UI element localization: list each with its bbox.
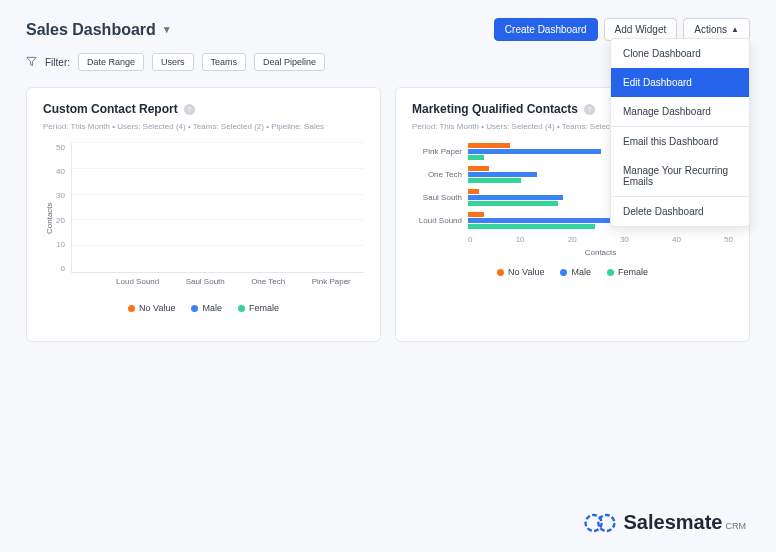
menu-item[interactable]: Edit Dashboard xyxy=(611,68,749,97)
vertical-bar-chart: Contacts 50 40 30 20 10 0 Loud SoundSau xyxy=(43,143,364,293)
bar xyxy=(468,189,479,194)
filter-chip-date-range[interactable]: Date Range xyxy=(78,53,144,71)
filter-chip-users[interactable]: Users xyxy=(152,53,194,71)
legend-male: Male xyxy=(560,267,591,277)
filter-icon xyxy=(26,56,37,69)
y-axis-ticks: 50 40 30 20 10 0 xyxy=(56,143,71,273)
category-label: Saul South xyxy=(412,193,468,202)
menu-item[interactable]: Manage Dashboard xyxy=(611,97,749,126)
chart-legend: No Value Male Female xyxy=(412,267,733,277)
y-axis-label: Contacts xyxy=(43,143,56,293)
legend-novalue: No Value xyxy=(497,267,544,277)
legend-female: Female xyxy=(607,267,648,277)
legend-novalue: No Value xyxy=(128,303,175,313)
x-axis-ticks: 01020304050 xyxy=(468,235,733,244)
actions-label: Actions xyxy=(694,24,727,35)
bar xyxy=(468,212,484,217)
actions-dropdown-menu: Clone DashboardEdit DashboardManage Dash… xyxy=(610,38,750,227)
bar xyxy=(468,201,558,206)
bar xyxy=(468,166,489,171)
bar xyxy=(468,155,484,160)
bar xyxy=(468,149,601,154)
filter-chip-deal-pipeline[interactable]: Deal Pipeline xyxy=(254,53,325,71)
create-dashboard-button[interactable]: Create Dashboard xyxy=(494,18,598,41)
brand-footer: Salesmate CRM xyxy=(584,511,746,534)
caret-down-icon: ▼ xyxy=(162,24,172,35)
category-label: One Tech xyxy=(412,170,468,179)
x-axis-label: Contacts xyxy=(468,248,733,257)
card-custom-contact-report: Custom Contact Report ? Period: This Mon… xyxy=(26,87,381,342)
card-title: Custom Contact Report xyxy=(43,102,178,116)
help-icon[interactable]: ? xyxy=(184,104,195,115)
filter-label: Filter: xyxy=(45,57,70,68)
legend-female: Female xyxy=(238,303,279,313)
caret-up-icon: ▲ xyxy=(731,25,739,34)
bar xyxy=(468,224,595,229)
bar xyxy=(468,178,521,183)
brand-name: Salesmate CRM xyxy=(624,511,746,534)
card-period: Period: This Month • Users: Selected (4)… xyxy=(43,122,364,131)
bar xyxy=(468,172,537,177)
bar xyxy=(468,143,510,148)
plot-area xyxy=(71,143,364,273)
legend-male: Male xyxy=(191,303,222,313)
bar xyxy=(468,195,563,200)
menu-item[interactable]: Email this Dashboard xyxy=(611,127,749,156)
svg-marker-0 xyxy=(27,57,36,65)
category-label: Loud Sound xyxy=(412,216,468,225)
page-title: Sales Dashboard xyxy=(26,21,156,39)
chart-legend: No Value Male Female xyxy=(43,303,364,313)
x-axis-ticks: Loud SoundSaul SouthOne TechPink Paper xyxy=(103,277,364,286)
filter-chip-teams[interactable]: Teams xyxy=(202,53,247,71)
help-icon[interactable]: ? xyxy=(584,104,595,115)
dashboard-title-dropdown[interactable]: Sales Dashboard ▼ xyxy=(26,21,172,39)
card-title: Marketing Qualified Contacts xyxy=(412,102,578,116)
menu-item[interactable]: Manage Your Recurring Emails xyxy=(611,156,749,196)
category-label: Pink Paper xyxy=(412,147,468,156)
menu-item[interactable]: Clone Dashboard xyxy=(611,39,749,68)
salesmate-logo-icon xyxy=(584,513,616,533)
menu-item[interactable]: Delete Dashboard xyxy=(611,197,749,226)
